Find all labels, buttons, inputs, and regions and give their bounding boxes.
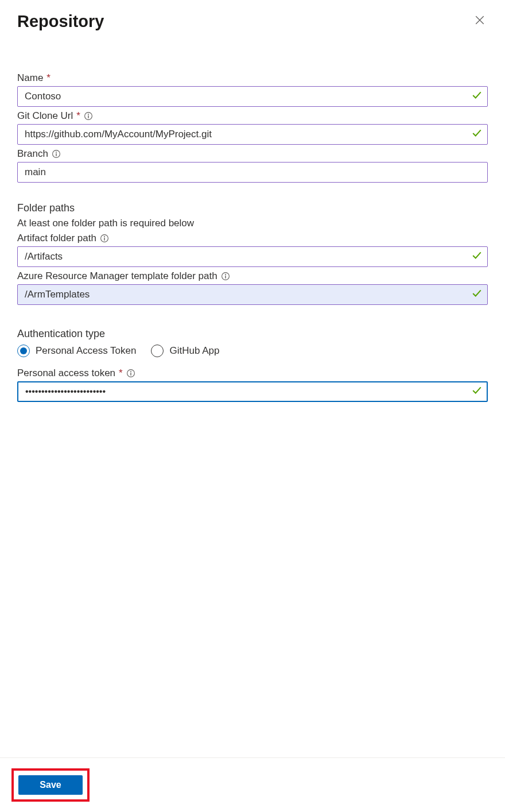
git-clone-url-input[interactable] bbox=[17, 124, 488, 145]
pat-label: Personal access token bbox=[17, 368, 115, 379]
pat-input[interactable] bbox=[17, 381, 488, 402]
name-input[interactable] bbox=[17, 86, 488, 107]
check-icon bbox=[472, 90, 482, 103]
required-indicator: * bbox=[76, 110, 80, 122]
radio-label: GitHub App bbox=[169, 345, 219, 357]
info-icon[interactable] bbox=[52, 149, 61, 158]
svg-rect-14 bbox=[130, 373, 131, 376]
arm-template-folder-input[interactable] bbox=[17, 284, 488, 305]
svg-point-7 bbox=[104, 236, 105, 237]
folder-paths-helper: At least one folder path is required bel… bbox=[17, 218, 488, 231]
branch-input[interactable] bbox=[17, 162, 488, 183]
radio-github-app[interactable]: GitHub App bbox=[151, 345, 219, 357]
check-icon bbox=[472, 128, 482, 141]
folder-paths-title: Folder paths bbox=[17, 185, 488, 218]
check-icon bbox=[472, 385, 482, 398]
info-icon[interactable] bbox=[84, 111, 93, 121]
save-button[interactable]: Save bbox=[18, 775, 83, 795]
branch-label: Branch bbox=[17, 148, 48, 160]
svg-point-4 bbox=[56, 152, 57, 153]
artifact-folder-input[interactable] bbox=[17, 246, 488, 267]
artifact-folder-label: Artifact folder path bbox=[17, 233, 96, 244]
svg-rect-8 bbox=[104, 238, 104, 241]
required-indicator: * bbox=[119, 368, 123, 379]
svg-rect-11 bbox=[225, 276, 226, 279]
footer: Save bbox=[0, 757, 505, 812]
check-icon bbox=[472, 288, 482, 301]
radio-icon bbox=[151, 345, 164, 357]
auth-type-title: Authentication type bbox=[17, 328, 488, 340]
svg-rect-5 bbox=[56, 153, 56, 156]
required-indicator: * bbox=[46, 72, 50, 84]
radio-label: Personal Access Token bbox=[36, 345, 136, 357]
svg-point-1 bbox=[88, 114, 89, 115]
git-clone-url-label: Git Clone Url bbox=[17, 110, 73, 122]
save-highlight-box: Save bbox=[11, 768, 90, 802]
radio-personal-access-token[interactable]: Personal Access Token bbox=[17, 345, 136, 357]
close-button[interactable] bbox=[472, 12, 488, 28]
auth-type-radio-group: Personal Access Token GitHub App bbox=[17, 340, 488, 366]
info-icon[interactable] bbox=[221, 272, 230, 281]
svg-rect-2 bbox=[88, 115, 88, 118]
svg-point-10 bbox=[225, 274, 226, 275]
info-icon[interactable] bbox=[100, 234, 109, 243]
radio-icon bbox=[17, 345, 30, 357]
svg-point-13 bbox=[130, 371, 131, 372]
page-title: Repository bbox=[17, 12, 104, 31]
name-label: Name bbox=[17, 72, 43, 84]
close-icon bbox=[475, 15, 485, 25]
info-icon[interactable] bbox=[126, 369, 135, 378]
check-icon bbox=[472, 250, 482, 263]
arm-template-folder-label: Azure Resource Manager template folder p… bbox=[17, 270, 217, 282]
